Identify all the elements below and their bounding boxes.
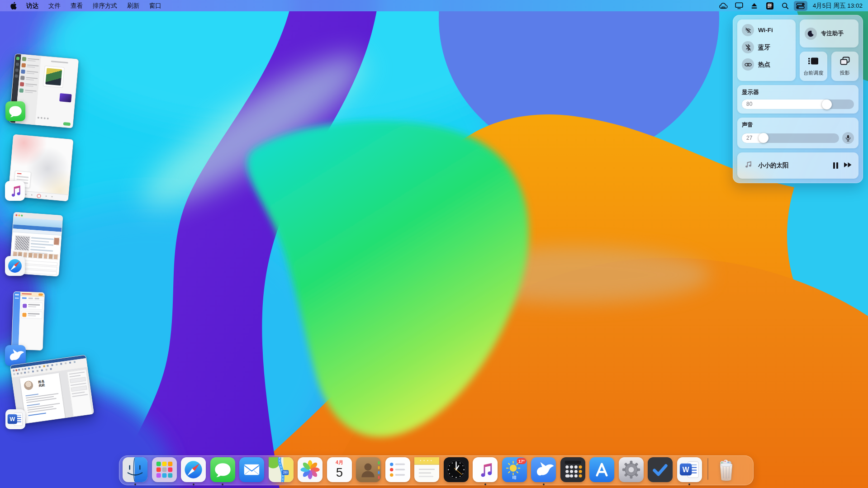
display-slider-knob[interactable] bbox=[822, 99, 832, 109]
dock-todo-icon[interactable] bbox=[648, 457, 673, 482]
word-letter: W bbox=[9, 416, 15, 422]
dock-separator bbox=[707, 458, 708, 480]
microphone-icon bbox=[845, 135, 851, 142]
mirroring-button[interactable]: 投影 bbox=[831, 52, 859, 81]
running-indicator bbox=[543, 483, 545, 485]
safari-icon bbox=[5, 256, 25, 276]
music-note-icon bbox=[744, 160, 753, 171]
dock-calculator-icon[interactable] bbox=[560, 457, 585, 482]
dock-safari-icon[interactable] bbox=[181, 457, 206, 482]
display-card: 显示器 80 bbox=[737, 85, 859, 114]
running-indicator bbox=[688, 483, 690, 485]
pause-button[interactable] bbox=[833, 162, 838, 169]
now-playing-card[interactable]: 小小的太阳 bbox=[737, 152, 859, 179]
messages-icon bbox=[5, 101, 25, 121]
dock-messages-icon[interactable] bbox=[210, 457, 235, 482]
dock-music-icon[interactable] bbox=[473, 457, 498, 482]
word-icon: W bbox=[5, 409, 25, 429]
connectivity-card: Wi-Fi 蓝牙 热点 bbox=[737, 19, 796, 81]
search-icon[interactable] bbox=[778, 1, 792, 11]
running-indicator bbox=[193, 483, 194, 485]
running-indicator bbox=[134, 483, 136, 485]
hotspot-toggle[interactable]: 热点 bbox=[742, 58, 796, 71]
display-brightness-slider[interactable]: 80 bbox=[742, 99, 854, 109]
running-indicator bbox=[222, 483, 223, 485]
dock-thunder-icon[interactable] bbox=[531, 457, 556, 482]
dock-launchpad-icon[interactable] bbox=[152, 457, 177, 482]
apple-menu[interactable] bbox=[5, 2, 21, 9]
wifi-off-icon bbox=[742, 24, 754, 36]
dock-contacts-icon[interactable] bbox=[356, 457, 381, 482]
display-label: 显示器 bbox=[742, 89, 854, 96]
maps-route-label: 280 bbox=[283, 471, 288, 474]
mirroring-label: 投影 bbox=[840, 70, 850, 76]
dock-clock-icon[interactable] bbox=[444, 457, 469, 482]
sound-volume-slider[interactable]: 27 bbox=[742, 133, 839, 143]
menu-file[interactable]: 文件 bbox=[43, 0, 66, 11]
dock: 280 4月5 晴17° bbox=[119, 455, 754, 485]
bluetooth-toggle[interactable]: 蓝牙 bbox=[742, 41, 796, 53]
sound-slider-knob[interactable] bbox=[759, 133, 768, 143]
dock-notes-icon[interactable] bbox=[414, 457, 439, 482]
menu-app-name[interactable]: 访达 bbox=[21, 0, 43, 11]
dock-weather-icon[interactable]: 晴17° bbox=[502, 457, 527, 482]
hotspot-link-icon bbox=[742, 58, 754, 71]
stage-manager-button[interactable]: 台前调度 bbox=[800, 52, 827, 81]
thumbnail-safari-window[interactable] bbox=[11, 213, 70, 281]
menu-sort[interactable]: 排序方式 bbox=[88, 0, 122, 11]
sound-card: 声音 27 bbox=[737, 118, 859, 148]
sound-label: 声音 bbox=[742, 121, 854, 129]
cloud-icon[interactable] bbox=[717, 1, 730, 11]
wifi-toggle[interactable]: Wi-Fi bbox=[742, 24, 796, 36]
menu-window[interactable]: 窗口 bbox=[144, 0, 166, 11]
focus-label: 专注助手 bbox=[821, 30, 844, 38]
calendar-month: 4月 bbox=[336, 460, 343, 465]
thunder-window-preview bbox=[11, 291, 45, 351]
dock-settings-icon[interactable] bbox=[619, 457, 644, 482]
dock-maps-icon[interactable]: 280 bbox=[269, 457, 294, 482]
thumbnail-thunder-window[interactable] bbox=[12, 292, 55, 360]
stage-manager-icon bbox=[808, 57, 819, 67]
wifi-label: Wi-Fi bbox=[758, 27, 773, 33]
dock-word-icon[interactable]: W bbox=[677, 457, 702, 482]
control-center-panel: Wi-Fi 蓝牙 热点 bbox=[733, 15, 863, 183]
eject-icon[interactable] bbox=[748, 1, 761, 11]
dock-mail-icon[interactable] bbox=[239, 457, 264, 482]
pinyin-input-icon[interactable]: 拼 bbox=[763, 1, 777, 11]
display-icon[interactable] bbox=[732, 1, 746, 11]
bluetooth-label: 蓝牙 bbox=[758, 43, 770, 52]
dock-finder-icon[interactable] bbox=[123, 457, 147, 482]
weather-condition: 晴 bbox=[512, 475, 516, 480]
thumbnail-music-window[interactable] bbox=[10, 137, 78, 204]
thumbnail-word-window[interactable]: 姓名此处 W bbox=[14, 360, 100, 427]
microphone-button[interactable] bbox=[842, 132, 854, 144]
dock-app-store-icon[interactable] bbox=[589, 457, 614, 482]
now-playing-title: 小小的太阳 bbox=[758, 161, 828, 170]
menu-bar: 访达 文件 查看 排序方式 刷新 窗口 拼 bbox=[0, 0, 868, 11]
dock-trash-icon[interactable] bbox=[714, 457, 739, 482]
bluetooth-off-icon bbox=[742, 41, 754, 53]
weather-temp-badge: 17° bbox=[518, 459, 524, 464]
menu-bar-right: 拼 4月5日 周五 13:02 bbox=[717, 1, 868, 11]
menu-view[interactable]: 查看 bbox=[66, 0, 88, 11]
sound-value: 27 bbox=[746, 133, 752, 143]
calendar-day: 5 bbox=[336, 465, 342, 479]
word-dock-letter: W bbox=[682, 466, 689, 474]
menu-refresh[interactable]: 刷新 bbox=[122, 0, 144, 11]
moon-icon bbox=[805, 28, 817, 40]
menubar-clock[interactable]: 4月5日 周五 13:02 bbox=[809, 2, 863, 10]
next-track-button[interactable] bbox=[844, 161, 852, 170]
screen-mirroring-icon bbox=[840, 57, 850, 67]
control-center-icon[interactable] bbox=[794, 1, 807, 11]
display-value: 80 bbox=[746, 99, 752, 109]
dock-reminders-icon[interactable] bbox=[385, 457, 410, 482]
pinyin-input-badge: 拼 bbox=[766, 2, 773, 9]
chat-content bbox=[35, 56, 78, 128]
stage-manager-label: 台前调度 bbox=[803, 70, 823, 76]
music-icon bbox=[5, 181, 25, 201]
dock-photos-icon[interactable] bbox=[298, 457, 323, 482]
thumbnail-messages-window[interactable] bbox=[12, 56, 84, 133]
dock-calendar-icon[interactable]: 4月5 bbox=[327, 457, 352, 482]
apple-icon bbox=[10, 2, 17, 9]
focus-card[interactable]: 专注助手 bbox=[800, 19, 859, 47]
